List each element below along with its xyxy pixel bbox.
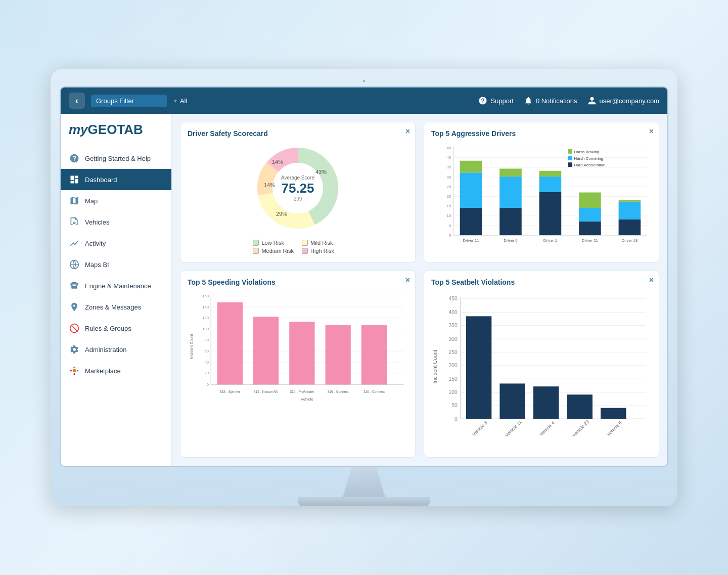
scorecard-legend: Low Risk Mild Risk Medium Risk xyxy=(253,240,342,254)
aggressive-chart-area: 0 5 10 15 20 25 30 35 40 45 xyxy=(431,143,652,255)
sidebar-label-admin: Administration xyxy=(85,346,126,353)
aggressive-drivers-card: Top 5 Aggressive Drivers × 0 xyxy=(424,122,659,262)
svg-rect-46 xyxy=(568,156,572,160)
svg-text:45: 45 xyxy=(447,146,451,150)
svg-text:Driver 18: Driver 18 xyxy=(622,238,638,243)
bar-d1-accel xyxy=(539,192,562,235)
groups-filter-input[interactable] xyxy=(91,95,167,107)
sidebar-item-activity[interactable]: Activity xyxy=(61,233,171,254)
sidebar-item-marketplace[interactable]: Marketplace xyxy=(61,360,171,381)
svg-text:0: 0 xyxy=(449,233,451,238)
svg-text:315 - ProMaster: 315 - ProMaster xyxy=(290,390,314,393)
legend-medium-risk: Medium Risk xyxy=(253,248,294,254)
bar-d6-corner xyxy=(499,176,522,208)
bar-d21-accel xyxy=(579,222,601,235)
sidebar-label-engine: Engine & Maintenance xyxy=(85,282,151,290)
svg-text:120: 120 xyxy=(202,316,209,320)
svg-line-3 xyxy=(71,325,77,331)
svg-text:Vehicle 4: Vehicle 4 xyxy=(538,420,555,437)
svg-text:0: 0 xyxy=(454,416,458,422)
seatbelt-close[interactable]: × xyxy=(649,276,654,284)
seatbelt-card: Top 5 Seatbelt Violations × Incident Cou… xyxy=(424,271,659,458)
user-item[interactable]: user@company.com xyxy=(587,96,659,105)
rules-icon xyxy=(69,323,80,334)
seatbelt-bar-chart: Incident Count 0 50 100 150 xyxy=(431,291,652,448)
user-label: user@company.com xyxy=(600,97,659,105)
sidebar-item-rules[interactable]: Rules & Groups xyxy=(61,318,171,339)
maps-bi-icon xyxy=(69,259,80,270)
donut-container: 43% 29% 14% 14% Average Score xyxy=(252,143,343,234)
bar-d18-brake xyxy=(619,200,641,201)
donut-avg-label: Average Score xyxy=(281,175,314,181)
monitor-screen: ‹ ▼ All Support 0 Notifications xyxy=(60,86,668,467)
logo-my: my xyxy=(69,122,88,137)
sidebar-label-maps-bi: Maps BI xyxy=(85,261,109,269)
speeding-close[interactable]: × xyxy=(405,276,410,284)
zones-icon xyxy=(69,301,80,313)
svg-point-4 xyxy=(73,369,76,373)
back-button[interactable]: ‹ xyxy=(69,93,85,109)
svg-text:Driver 11: Driver 11 xyxy=(463,238,479,243)
bar-d11-corner xyxy=(460,172,482,208)
svg-text:15: 15 xyxy=(447,204,451,208)
svg-text:100: 100 xyxy=(448,389,457,395)
svg-point-5 xyxy=(73,367,75,368)
bar-d11-brake xyxy=(460,161,482,173)
svg-point-7 xyxy=(70,370,72,371)
engine-icon xyxy=(69,280,80,291)
sidebar-item-zones[interactable]: Zones & Messages xyxy=(61,296,171,318)
aggressive-drivers-title: Top 5 Aggressive Drivers xyxy=(431,129,652,138)
main-layout: myGEOTAB Getting Started & Help Dashboar… xyxy=(61,114,667,466)
svg-text:Vehicle 11: Vehicle 11 xyxy=(504,419,523,438)
bar-connect310 xyxy=(361,325,387,384)
sidebar-label-rules: Rules & Groups xyxy=(85,325,131,332)
svg-text:250: 250 xyxy=(448,349,457,355)
speeding-bar-chart: Incident Count 0 20 40 60 xyxy=(188,291,408,406)
sidebar-item-getting-started[interactable]: Getting Started & Help xyxy=(61,148,171,169)
bar-v6 xyxy=(601,408,626,419)
svg-rect-44 xyxy=(568,149,572,154)
notifications-item[interactable]: 0 Notifications xyxy=(524,96,577,105)
sidebar-item-maps-bi[interactable]: Maps BI xyxy=(61,254,171,275)
logo-geo: GEOTAB xyxy=(88,122,143,137)
scorecard-title: Driver Safety Scorecard xyxy=(188,129,408,138)
bar-v23 xyxy=(567,394,592,419)
donut-section: 43% 29% 14% 14% Average Score xyxy=(188,143,408,254)
svg-text:Harsh Cornering: Harsh Cornering xyxy=(574,156,603,161)
svg-text:30: 30 xyxy=(447,175,451,180)
svg-text:Incident Count: Incident Count xyxy=(432,350,438,384)
support-icon xyxy=(478,96,487,105)
svg-text:318 - Sprinter: 318 - Sprinter xyxy=(220,390,241,394)
svg-text:43%: 43% xyxy=(315,169,327,175)
content-area: Driver Safety Scorecard × xyxy=(172,114,667,466)
bar-d11-accel xyxy=(460,208,482,235)
activity-icon xyxy=(69,238,80,249)
sidebar-item-map[interactable]: Map xyxy=(61,190,171,211)
sidebar-item-administration[interactable]: Administration xyxy=(61,339,171,360)
support-item[interactable]: Support xyxy=(478,96,514,105)
bar-sprinter xyxy=(217,302,243,385)
donut-score: 75.25 xyxy=(281,181,314,196)
filter-dropdown[interactable]: ▼ All xyxy=(173,97,187,105)
bar-v11 xyxy=(499,384,525,419)
svg-text:200: 200 xyxy=(448,363,457,368)
logo: myGEOTAB xyxy=(61,122,171,148)
svg-text:310 - Connect: 310 - Connect xyxy=(363,390,385,393)
svg-text:160: 160 xyxy=(202,294,209,298)
svg-text:25: 25 xyxy=(447,185,451,189)
dashboard-icon xyxy=(69,174,80,185)
sidebar-item-dashboard[interactable]: Dashboard xyxy=(61,169,171,190)
scorecard-close[interactable]: × xyxy=(405,127,410,136)
monitor-dot-indicator: ● xyxy=(60,78,668,83)
aggressive-drivers-close[interactable]: × xyxy=(649,127,654,136)
seatbelt-title: Top 5 Seatbelt Violations xyxy=(431,278,652,286)
svg-text:50: 50 xyxy=(451,403,458,409)
svg-text:Hard Acceleration: Hard Acceleration xyxy=(574,163,606,167)
marketplace-icon xyxy=(69,365,80,376)
sidebar-label-getting-started: Getting Started & Help xyxy=(85,155,151,162)
sidebar-item-vehicles[interactable]: Vehicles xyxy=(61,211,171,233)
sidebar-item-engine[interactable]: Engine & Maintenance xyxy=(61,275,171,296)
sidebar: myGEOTAB Getting Started & Help Dashboar… xyxy=(61,114,172,466)
user-icon xyxy=(587,96,597,105)
svg-text:40: 40 xyxy=(205,360,209,365)
